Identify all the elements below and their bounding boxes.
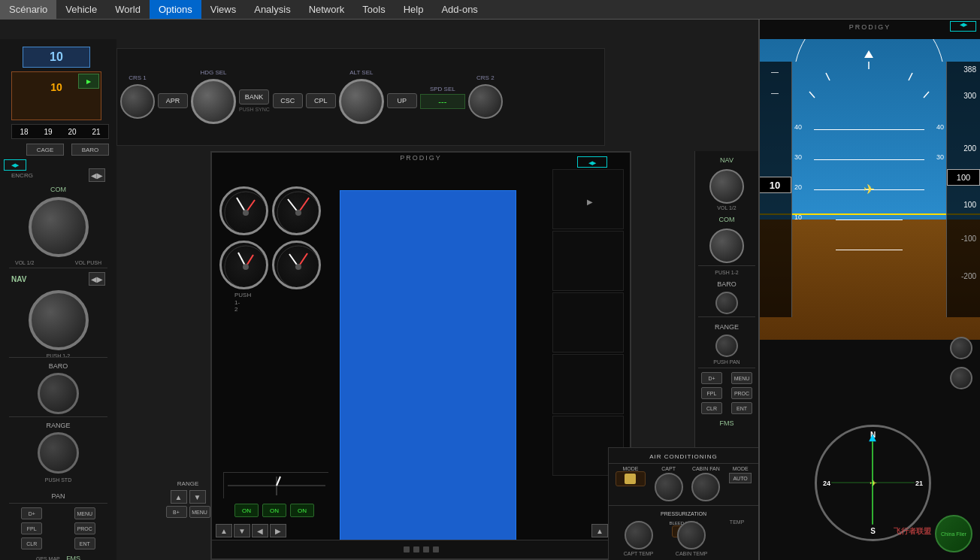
mfd-right-btn[interactable]: ▶ [270,524,286,537]
left-instrument-panel: 10 70/30 10 ▶ 18 19 20 21 [0,39,116,560]
on-btn-2[interactable]: ON [262,504,286,517]
b-plus-btn[interactable]: B+ [166,506,187,518]
menu-scenario[interactable]: Scénario [0,0,56,19]
left-arrow[interactable]: ◀▶ [89,168,105,182]
green-tape-box: ▶ [78,74,99,89]
pitch-line-5 [836,250,903,250]
aircon-mode-switch[interactable] [616,471,646,486]
cabin-temp-knob[interactable] [677,521,706,549]
right-fpl[interactable]: FPL [701,387,722,399]
aircon-mode-label: MODE [622,466,638,471]
alt-num-100: 100 [963,201,976,209]
cpl-button[interactable]: CPL [306,93,336,108]
crs2-label: CRS 2 [476,74,495,81]
on-btn-3[interactable]: ON [290,504,314,517]
menu-analysis[interactable]: Analysis [245,0,299,19]
menu-views[interactable]: Views [201,0,245,19]
range-arrows: ▲ ▼ [158,490,218,504]
clr-btn-left[interactable]: CLR [21,537,42,549]
fpl-btn-left[interactable]: FPL [21,522,42,534]
menu-world[interactable]: World [106,0,150,19]
menu-btn-left[interactable]: MENU [74,507,95,519]
baro-button[interactable]: BARO [71,144,109,156]
right-dplus-menu: D+ MENU [695,371,758,386]
alt-sel-section: ALT SEL [339,69,384,126]
crs2-knob[interactable] [468,84,503,119]
on-btn-1[interactable]: ON [234,504,259,517]
capt-temp-knob[interactable] [625,521,653,549]
cpl-section: CPL [306,93,336,108]
d-plus-btn-left[interactable]: D+ [21,507,42,519]
right-com-knob[interactable] [709,229,744,263]
spd-sel-value: --- [438,97,446,106]
menu-bottom-btn[interactable]: MENU [189,506,210,518]
baro-text: BARO [49,362,68,370]
capt-knob[interactable] [655,473,683,501]
baro-knob[interactable] [38,373,79,414]
bank-button[interactable]: BANK [239,89,269,104]
proc-btn-left[interactable]: PROC [74,522,95,534]
pitch-num-30-r: 30 [936,153,944,161]
menu-help[interactable]: Help [395,0,433,19]
right-push-pan: PUSH PAN [695,359,758,365]
pitch-num-40-r: 40 [936,123,944,131]
right-fpl-proc: FPL PROC [695,386,758,401]
com-section: ENCRG ◀▶ COM VOL 1/2 VOL PUSH NAV ◀▶ PUS… [4,167,113,359]
nav-arrow[interactable]: ◀▶ [89,272,105,286]
alt-num-300: 300 [963,92,976,100]
mfd-bottom-buttons-left: ▲ ▼ ◀ ▶ [216,524,340,537]
menu-addons[interactable]: Add-ons [432,0,486,19]
alt-num-388: 388 [963,65,976,74]
watermark-chinese: 飞行者联盟 [894,526,931,537]
range-up-btn[interactable]: ▲ [171,490,187,504]
hsi-aircraft: ✈ [870,478,877,489]
number-strip: 18 19 20 21 [11,124,109,139]
right-clr[interactable]: CLR [701,402,722,414]
ent-btn-left[interactable]: ENT [74,537,95,549]
range-down-btn[interactable]: ▼ [189,490,206,504]
svg-point-11 [243,264,249,270]
right-ent[interactable]: ENT [731,402,752,414]
menu-vehicle[interactable]: Vehicle [56,0,106,19]
mfd-r-up[interactable]: ▲ [591,524,608,537]
menu-tools[interactable]: Tools [353,0,394,19]
mfd-down-btn[interactable]: ▼ [234,524,250,537]
pfd-knob-2[interactable] [950,367,972,389]
pfd-knob-1[interactable] [950,337,972,359]
nav-knob[interactable] [29,290,89,350]
cage-button[interactable]: CAGE [26,144,64,156]
csc-button[interactable]: CSC [273,93,303,108]
alt-sel-label: ALT SEL [349,69,373,76]
svg-point-15 [295,264,301,270]
hdg-sel-knob[interactable] [191,79,236,124]
bottom-gauge-svg [224,473,329,499]
gauge-bottom-right [272,241,321,289]
alt-sel-knob[interactable] [339,79,384,124]
right-nav-knob[interactable] [709,169,744,204]
right-range-knob[interactable] [715,334,738,357]
up-button[interactable]: UP [387,93,417,108]
pitch-num-10: 10 [794,213,802,221]
watermark: 飞行者联盟 China Flier [882,515,972,552]
apr-button[interactable]: APR [158,93,188,108]
menu-network[interactable]: Network [300,0,354,19]
pan-fms-section: PAN D+ MENU FPL PROC CLR ENT GPS MAP FMS [4,490,113,560]
mfd-left-btn[interactable]: ◀ [252,524,268,537]
crs1-knob[interactable] [120,84,155,119]
compass-S-label: S [870,527,876,535]
cockpit-display: 10 70/30 10 ▶ 18 19 20 21 [0,20,980,560]
right-baro-knob[interactable] [715,292,738,314]
dplus-menu-row: D+ MENU [4,506,113,521]
right-baro-text: BARO [717,280,737,288]
right-d-plus[interactable]: D+ [701,372,722,384]
right-proc[interactable]: PROC [731,387,752,399]
auto-btn[interactable]: AUTO [729,473,752,483]
right-menu[interactable]: MENU [731,372,752,384]
num-19: 19 [44,128,52,136]
menu-options[interactable]: Options [150,0,201,19]
range-knob-left[interactable] [38,432,79,474]
mfd-arrow: ◀▶ [578,157,606,168]
cabin-fan-knob[interactable] [691,473,720,501]
com-knob[interactable] [29,197,89,257]
mfd-up-btn[interactable]: ▲ [216,524,232,537]
